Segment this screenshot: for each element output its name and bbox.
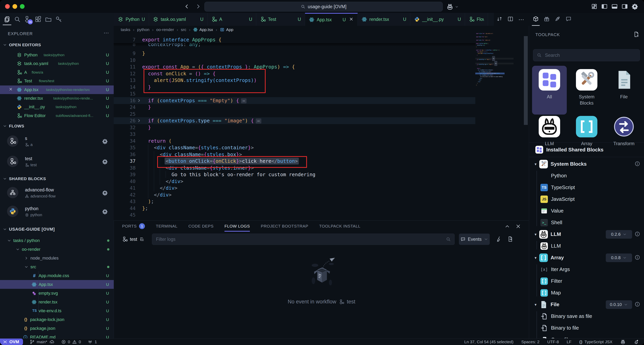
command-center-search[interactable]: usage-guide [OVM] bbox=[204, 2, 443, 12]
shared-block-item-python[interactable]: pythonpython bbox=[0, 203, 114, 221]
code-line-7[interactable]: 7export interface AppProps { bbox=[114, 36, 529, 43]
tab-render-tsx[interactable]: render.tsxU bbox=[358, 13, 410, 26]
tab-test[interactable]: TestU bbox=[256, 13, 305, 26]
status-cursor-position[interactable]: Ln 37, Col 54 (45 selected) bbox=[464, 339, 514, 344]
version-dropdown[interactable]: 0.2.6 bbox=[606, 230, 632, 239]
code-line-26[interactable]: 26if (contextProps.type === "image") {⋯ bbox=[114, 117, 529, 124]
toolpack-tile-file[interactable]: File bbox=[606, 69, 641, 100]
group-info-button[interactable] bbox=[635, 231, 640, 237]
tree-item-app-module-css[interactable]: #App.module.cssU bbox=[0, 271, 114, 280]
open-editor-item[interactable]: Pythontasks/pythonU bbox=[0, 51, 114, 59]
tree-item-node-modules[interactable]: node_modules bbox=[0, 254, 114, 262]
code-editor[interactable]: tasks›python›oo-render›src›App.tsx›App7e… bbox=[114, 26, 529, 220]
block-item-copy-file[interactable]: Copy file bbox=[529, 334, 644, 338]
activity-key-button[interactable] bbox=[55, 16, 62, 23]
group-header-llm[interactable]: ▾LLM0.2.6 bbox=[529, 228, 644, 240]
breadcrumb-item-src[interactable]: src bbox=[181, 27, 186, 32]
flow-item-s[interactable]: sa bbox=[0, 133, 114, 151]
tree-item-app-tsx[interactable]: App.tsxU bbox=[0, 280, 114, 289]
flow-settings-button[interactable] bbox=[102, 138, 108, 145]
toolpack-tile-transform[interactable]: Transform bbox=[606, 116, 641, 147]
titlebar-panel-bottom-button[interactable] bbox=[611, 3, 618, 11]
version-dropdown[interactable]: 0.0.8 bbox=[606, 253, 632, 262]
activity-folder-button[interactable] bbox=[45, 16, 52, 23]
window-close-button[interactable] bbox=[5, 4, 10, 9]
flow-item-test[interactable]: testtest bbox=[0, 153, 114, 171]
panel-tab-code-deps[interactable]: CODE DEPS bbox=[188, 221, 214, 232]
activity-flows-button[interactable]: 36 bbox=[24, 16, 31, 23]
group-info-button[interactable] bbox=[635, 161, 640, 167]
split-editor-button[interactable] bbox=[508, 16, 513, 23]
open-editor-item[interactable]: App.tsxtasks/python/oo-render/srcU bbox=[0, 86, 114, 94]
tab-app-tsx[interactable]: App.tsxU bbox=[305, 13, 358, 26]
block-item-python[interactable]: Python bbox=[529, 170, 644, 181]
history-back-button[interactable] bbox=[183, 3, 190, 11]
panel-tab-project-bootstrap[interactable]: PROJECT BOOTSTRAP bbox=[261, 221, 308, 232]
block-item-filter[interactable]: Filter bbox=[529, 275, 644, 287]
open-editor-item[interactable]: task.oo.yamltasks/pythonU bbox=[0, 59, 114, 68]
code-line-9[interactable]: 9} bbox=[114, 50, 529, 57]
breadcrumb-item-python[interactable]: python bbox=[137, 27, 150, 32]
section-header-shared-blocks[interactable]: SHARED BLOCKS bbox=[3, 176, 46, 181]
code-line-43[interactable]: 43); bbox=[114, 198, 529, 205]
sync-button[interactable] bbox=[496, 16, 502, 23]
status-llm-button[interactable] bbox=[620, 339, 626, 344]
tree-item-package-lock-json[interactable]: {}package-lock.jsonU bbox=[0, 315, 114, 324]
block-item-javascript[interactable]: JSJavaScript bbox=[529, 193, 644, 205]
titlebar-panel-left-button[interactable] bbox=[601, 3, 608, 11]
open-editor-item[interactable]: render.tsxtasks/python/oo-rende...U bbox=[0, 94, 114, 103]
window-minimize-button[interactable] bbox=[12, 4, 17, 9]
shared-block-item-advanced-flow[interactable]: advanced-flowadvanced-flow bbox=[0, 184, 114, 202]
toolpack-search-input[interactable] bbox=[544, 52, 636, 58]
shared-block-settings-button[interactable] bbox=[102, 190, 108, 196]
llm-selector-button[interactable] bbox=[446, 3, 459, 11]
block-item-value[interactable]: Value bbox=[529, 205, 644, 217]
status-eol[interactable]: LF bbox=[567, 339, 572, 344]
block-item-typescript[interactable]: TSTypeScript bbox=[529, 182, 644, 193]
tree-item-readme-md[interactable]: README.mdU bbox=[0, 333, 114, 338]
fold-chevron-icon[interactable] bbox=[137, 118, 142, 125]
breadcrumb-item-app.tsx[interactable]: App.tsx bbox=[193, 27, 213, 32]
activity-extensions-button[interactable] bbox=[34, 16, 42, 23]
panel-tab-flow-logs[interactable]: FLOW LOGS bbox=[224, 221, 250, 232]
tree-item-render-tsx[interactable]: render.tsxU bbox=[0, 297, 114, 306]
right-activity-rocket-button[interactable] bbox=[554, 16, 561, 23]
code-line-45[interactable]: 45 bbox=[114, 211, 529, 218]
code-line-35[interactable]: 35<div className={styles.container}> bbox=[114, 144, 529, 151]
code-line-16[interactable]: 16if (contextProps === "Empty") {⋯ bbox=[114, 97, 529, 104]
panel-tab-toolpack-install[interactable]: TOOLPACK INSTALL bbox=[319, 221, 360, 232]
toolpack-tile-array[interactable]: Array bbox=[569, 116, 604, 147]
panel-collapse-button[interactable] bbox=[504, 223, 510, 230]
flow-selector[interactable]: test bbox=[122, 234, 145, 245]
flow-settings-button[interactable] bbox=[102, 159, 108, 165]
open-editor-item[interactable]: __init__.pytasks/pythonU bbox=[0, 103, 114, 111]
section-header-workspace[interactable]: USAGE-GUIDE [OVM] bbox=[3, 227, 55, 232]
activity-search-button[interactable] bbox=[14, 16, 21, 23]
open-editor-item[interactable]: Flow Editorsubflows/advanced-fl...U bbox=[0, 111, 114, 120]
breadcrumb-item-app[interactable]: App bbox=[220, 27, 233, 32]
code-line-34[interactable]: 34return ( bbox=[114, 138, 529, 144]
ports-indicator[interactable]: 1 bbox=[88, 339, 97, 344]
events-dropdown[interactable]: Events bbox=[459, 234, 490, 245]
tab-close-button[interactable] bbox=[349, 17, 354, 23]
code-line-39[interactable]: 39Go to this block's oo-render for custo… bbox=[114, 171, 529, 178]
tree-item-package-json[interactable]: {}package.jsonU bbox=[0, 324, 114, 333]
tree-item-vite-env-d-ts[interactable]: TSvite-env.d.tsU bbox=[0, 306, 114, 315]
code-line-42[interactable]: 42</div> bbox=[114, 191, 529, 198]
toolpack-tile-system-blocks[interactable]: System Blocks bbox=[569, 69, 604, 106]
activity-files-button[interactable] bbox=[4, 16, 10, 23]
filter-logs-input[interactable] bbox=[156, 236, 446, 242]
version-dropdown[interactable]: 0.0.10 bbox=[606, 300, 632, 309]
tab-task-oo-yaml[interactable]: task.oo.yamlU bbox=[149, 13, 208, 26]
titlebar-panel-right-button[interactable] bbox=[622, 3, 628, 11]
explorer-more-button[interactable]: ⋯ bbox=[104, 30, 109, 36]
group-header-file[interactable]: ▾File0.0.10 bbox=[529, 299, 644, 310]
section-header-open-editors[interactable]: OPEN EDITORS bbox=[3, 43, 41, 47]
clear-logs-button[interactable] bbox=[496, 236, 502, 243]
right-activity-toolpack-cube-button[interactable] bbox=[533, 16, 539, 23]
code-line-44[interactable]: 44}; bbox=[114, 205, 529, 212]
panel-tab-ports[interactable]: PORTS1 bbox=[122, 221, 145, 232]
editor-close-button[interactable] bbox=[8, 87, 13, 93]
open-editor-item[interactable]: Testflows/testU bbox=[0, 77, 114, 85]
status-language[interactable]: {}TypeScript JSX bbox=[579, 339, 612, 344]
